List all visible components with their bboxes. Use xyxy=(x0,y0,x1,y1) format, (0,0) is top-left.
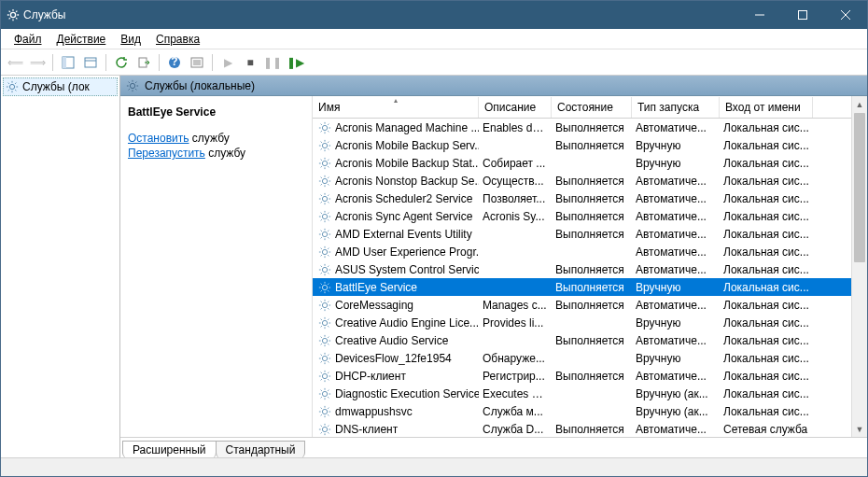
service-row[interactable]: Acronis Nonstop Backup Se...Осуществ...В… xyxy=(313,172,851,189)
cell-name: Acronis Mobile Backup Stat... xyxy=(315,157,479,170)
cell-description: Служба D... xyxy=(479,423,552,436)
cell-logon: Сетевая служба xyxy=(720,423,813,436)
cell-startup: Автоматиче... xyxy=(632,299,720,312)
cell-startup: Автоматиче... xyxy=(632,370,720,383)
cell-name: AMD External Events Utility xyxy=(315,228,479,241)
cell-logon: Локальная сис... xyxy=(720,139,813,152)
menu-view[interactable]: Вид xyxy=(113,31,148,48)
column-startup[interactable]: Тип запуска xyxy=(632,97,720,118)
service-row[interactable]: dmwappushsvcСлужба м...Вручную (ак...Лок… xyxy=(313,402,851,420)
menu-file[interactable]: Файл xyxy=(7,31,49,48)
service-row[interactable]: BattlEye ServiceВыполняетсяВручнуюЛокаль… xyxy=(313,278,851,296)
cell-description: Enables da... xyxy=(479,121,552,134)
list-rows: Acronis Managed Machine ...Enables da...… xyxy=(313,119,851,437)
column-description[interactable]: Описание xyxy=(479,97,552,118)
cell-name: CoreMessaging xyxy=(315,299,479,312)
maximize-button[interactable] xyxy=(781,1,824,29)
scroll-thumb[interactable] xyxy=(854,113,865,262)
cell-name: Creative Audio Service xyxy=(315,334,479,347)
service-row[interactable]: AMD User Experience Progr...Автоматиче..… xyxy=(313,243,851,260)
service-row[interactable]: Creative Audio Engine Lice...Provides li… xyxy=(313,314,851,331)
minimize-button[interactable] xyxy=(738,1,781,29)
cell-name: DHCP-клиент xyxy=(315,370,479,383)
gear-icon xyxy=(7,8,20,21)
cell-startup: Автоматиче... xyxy=(632,175,720,188)
service-row[interactable]: Acronis Mobile Backup Stat...Собирает ..… xyxy=(313,154,851,172)
service-row[interactable]: Diagnostic Execution ServiceExecutes di.… xyxy=(313,385,851,402)
cell-state: Выполняется xyxy=(552,192,632,205)
show-hide-tree-button[interactable] xyxy=(58,52,78,73)
cell-logon: Локальная сис... xyxy=(720,157,813,170)
tree-root-services[interactable]: Службы (лок xyxy=(3,77,118,96)
cell-logon: Локальная сис... xyxy=(720,192,813,205)
svg-text:?: ? xyxy=(171,56,177,68)
scroll-down-icon[interactable]: ▼ xyxy=(852,421,867,437)
svg-rect-3 xyxy=(63,57,66,68)
cell-startup: Автоматиче... xyxy=(632,423,720,436)
svg-point-17 xyxy=(322,161,327,165)
service-row[interactable]: Creative Audio ServiceВыполняетсяАвтомат… xyxy=(313,331,851,349)
cell-name: DevicesFlow_12fe1954 xyxy=(315,352,479,365)
restart-service-button[interactable]: ❚▶ xyxy=(285,52,305,73)
toolbar: ⟸ ⟹ ? ▶ ■ ❚❚ ❚▶ xyxy=(1,49,867,76)
svg-point-21 xyxy=(322,231,327,236)
export-button[interactable] xyxy=(133,52,154,73)
cell-name: DNS-клиент xyxy=(315,423,479,436)
detail-pane: BattlEye Service Остановить службу Перез… xyxy=(120,96,313,437)
refresh-button[interactable] xyxy=(111,52,132,73)
menu-action[interactable]: Действие xyxy=(49,31,114,48)
cell-state: Выполняется xyxy=(552,334,632,347)
cell-logon: Локальная сис... xyxy=(720,263,813,276)
column-logon[interactable]: Вход от имени xyxy=(720,97,813,118)
svg-point-26 xyxy=(322,320,327,325)
close-button[interactable] xyxy=(824,1,867,29)
svg-point-24 xyxy=(322,285,327,289)
stop-service-link[interactable]: Остановить xyxy=(128,132,189,145)
cell-startup: Вручную xyxy=(632,352,720,365)
toolbar-props-button[interactable] xyxy=(187,52,207,73)
svg-point-16 xyxy=(322,143,327,147)
tab-standard[interactable]: Стандартный xyxy=(216,441,306,457)
service-row[interactable]: DHCP-клиентРегистрир...ВыполняетсяАвтома… xyxy=(313,367,851,385)
service-row[interactable]: Acronis Sync Agent ServiceAcronis Sy...В… xyxy=(313,207,851,225)
service-row[interactable]: Acronis Managed Machine ...Enables da...… xyxy=(313,119,851,136)
service-row[interactable]: DNS-клиентСлужба D...ВыполняетсяАвтомати… xyxy=(313,420,851,437)
cell-startup: Вручную xyxy=(632,157,720,170)
cell-startup: Вручную (ак... xyxy=(632,387,720,400)
column-state[interactable]: Состояние xyxy=(552,97,632,118)
cell-description: Manages c... xyxy=(479,299,552,312)
cell-startup: Автоматиче... xyxy=(632,334,720,347)
service-row[interactable]: Acronis Mobile Backup Serv...Выполняется… xyxy=(313,136,851,154)
restart-service-link[interactable]: Перезапустить xyxy=(128,147,205,160)
cell-startup: Автоматиче... xyxy=(632,192,720,205)
cell-logon: Локальная сис... xyxy=(720,246,813,259)
forward-button[interactable]: ⟹ xyxy=(27,52,48,73)
back-button[interactable]: ⟸ xyxy=(5,52,25,73)
pause-service-button[interactable]: ❚❚ xyxy=(262,52,283,73)
service-row[interactable]: AMD External Events UtilityВыполняетсяАв… xyxy=(313,225,851,243)
services-list: ▴Имя Описание Состояние Тип запуска Вход… xyxy=(313,96,851,437)
service-row[interactable]: DevicesFlow_12fe1954Обнаруже...ВручнуюЛо… xyxy=(313,349,851,367)
column-name[interactable]: ▴Имя xyxy=(313,97,479,118)
svg-point-0 xyxy=(10,12,15,17)
service-row[interactable]: Acronis Scheduler2 ServiceПозволяет...Вы… xyxy=(313,189,851,207)
svg-rect-1 xyxy=(799,11,807,20)
svg-point-22 xyxy=(322,249,327,254)
properties-button[interactable] xyxy=(80,52,101,73)
cell-logon: Локальная сис... xyxy=(720,121,813,134)
start-service-button[interactable]: ▶ xyxy=(217,52,238,73)
svg-point-14 xyxy=(130,83,134,88)
cell-state: Выполняется xyxy=(552,139,632,152)
svg-point-19 xyxy=(322,196,327,201)
help-button[interactable]: ? xyxy=(164,52,185,73)
cell-startup: Вручную xyxy=(632,281,720,294)
service-row[interactable]: CoreMessagingManages c...ВыполняетсяАвто… xyxy=(313,296,851,314)
tab-extended[interactable]: Расширенный xyxy=(122,441,217,457)
stop-service-button[interactable]: ■ xyxy=(240,52,260,73)
service-row[interactable]: ASUS System Control ServiceВыполняетсяАв… xyxy=(313,260,851,278)
menu-help[interactable]: Справка xyxy=(148,31,207,48)
svg-rect-4 xyxy=(85,58,96,67)
vertical-scrollbar[interactable]: ▲ ▼ xyxy=(851,96,867,437)
svg-point-18 xyxy=(322,178,327,183)
scroll-up-icon[interactable]: ▲ xyxy=(852,96,867,112)
